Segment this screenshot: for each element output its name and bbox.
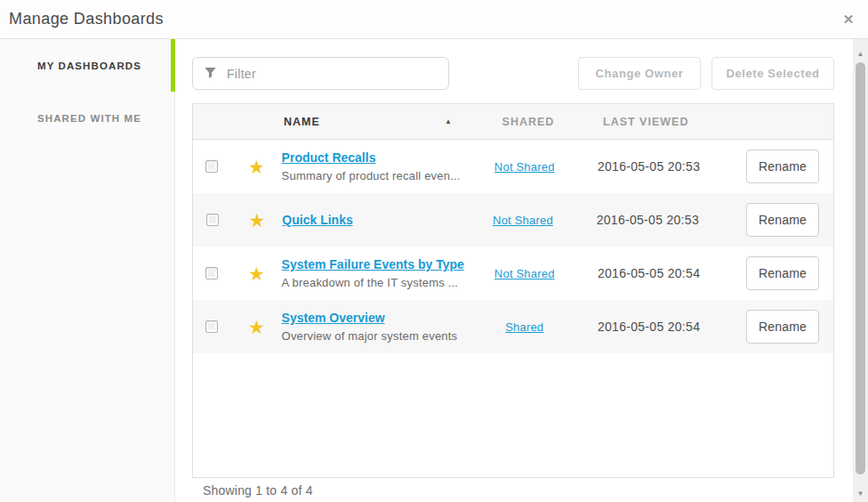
last-viewed-value: 2016-05-05 20:53 <box>597 213 746 227</box>
sidebar-item-label: MY DASHBOARDS <box>37 61 141 71</box>
close-icon[interactable]: ✕ <box>840 11 857 28</box>
header-star-col <box>232 104 284 139</box>
dashboard-name-link[interactable]: Product Recalls <box>282 150 376 165</box>
last-viewed-value: 2016-05-05 20:54 <box>598 320 746 334</box>
rename-button[interactable]: Rename <box>746 256 819 290</box>
pagination-summary: Showing 1 to 4 of 4 <box>203 483 313 498</box>
filter-funnel-icon <box>204 66 217 79</box>
name-column-label: NAME <box>284 116 320 128</box>
column-header-shared[interactable]: SHARED <box>457 104 599 139</box>
shared-status-link[interactable]: Shared <box>505 320 543 334</box>
dashboard-description: Overview of major system events <box>282 329 455 343</box>
table-row: ★ Quick Links Not Shared 2016-05-05 20:5… <box>193 193 833 247</box>
last-viewed-column-label: LAST VIEWED <box>603 116 755 128</box>
sort-ascending-icon: ▲ <box>445 117 452 126</box>
dialog-header: Manage Dashboards ✕ <box>0 0 868 39</box>
filter-field-wrap <box>192 57 449 90</box>
column-header-name[interactable]: NAME ▲ <box>284 104 457 139</box>
favorite-star-icon[interactable]: ★ <box>248 264 265 283</box>
shared-status-link[interactable]: Not Shared <box>493 214 553 227</box>
rename-button[interactable]: Rename <box>746 310 819 344</box>
sidebar-item-my-dashboards[interactable]: MY DASHBOARDS <box>0 39 174 92</box>
favorite-star-icon[interactable]: ★ <box>248 318 265 336</box>
sidebar-item-shared-with-me[interactable]: SHARED WITH ME <box>0 92 174 144</box>
change-owner-button[interactable]: Change Owner <box>578 57 701 90</box>
dashboard-name-link[interactable]: Quick Links <box>282 213 352 227</box>
scroll-up-icon[interactable]: ▲ <box>853 46 868 61</box>
table-row: ★ System Failure Events by Type A breakd… <box>193 247 833 300</box>
header-action-col <box>755 104 833 139</box>
column-header-last-viewed[interactable]: LAST VIEWED <box>599 104 755 139</box>
table-footer: Showing 1 to 4 of 4 <box>192 478 834 502</box>
favorite-star-icon[interactable]: ★ <box>248 158 265 176</box>
last-viewed-value: 2016-05-05 20:53 <box>598 159 746 174</box>
filter-input[interactable] <box>192 57 449 90</box>
shared-status-link[interactable]: Not Shared <box>494 267 555 280</box>
row-checkbox[interactable] <box>205 320 218 333</box>
dashboard-description: A breakdown of the IT systems ... <box>282 276 455 289</box>
scroll-down-icon[interactable]: ▼ <box>853 486 868 500</box>
sidebar-item-label: SHARED WITH ME <box>37 113 141 124</box>
delete-selected-button[interactable]: Delete Selected <box>711 57 834 90</box>
table-row: ★ Product Recalls Summary of product rec… <box>193 140 833 193</box>
main-content: Change Owner Delete Selected NAME ▲ SHAR… <box>176 39 853 502</box>
dashboard-description: Summary of product recall even... <box>282 169 455 182</box>
last-viewed-value: 2016-05-05 20:54 <box>598 266 746 280</box>
table-row: ★ System Overview Overview of major syst… <box>193 300 833 353</box>
row-checkbox[interactable] <box>205 160 218 173</box>
scrollbar-thumb[interactable] <box>856 62 865 474</box>
favorite-star-icon[interactable]: ★ <box>248 211 265 230</box>
header-checkbox-col <box>193 104 232 139</box>
shared-column-label: SHARED <box>502 116 555 128</box>
dashboard-name-link[interactable]: System Overview <box>282 311 385 325</box>
row-checkbox[interactable] <box>205 267 218 279</box>
page-title: Manage Dashboards <box>9 10 164 28</box>
dashboard-name-link[interactable]: System Failure Events by Type <box>282 257 464 271</box>
table-header-row: NAME ▲ SHARED LAST VIEWED <box>193 104 833 140</box>
active-indicator-bar <box>171 39 175 92</box>
rename-button[interactable]: Rename <box>746 150 819 183</box>
row-checkbox[interactable] <box>206 214 219 226</box>
dashboards-table: NAME ▲ SHARED LAST VIEWED ★ Product Reca… <box>192 103 834 478</box>
sidebar: MY DASHBOARDS SHARED WITH ME <box>0 39 175 502</box>
shared-status-link[interactable]: Not Shared <box>494 160 555 174</box>
rename-button[interactable]: Rename <box>746 203 819 237</box>
vertical-scrollbar[interactable]: ▲ ▼ <box>853 39 868 502</box>
